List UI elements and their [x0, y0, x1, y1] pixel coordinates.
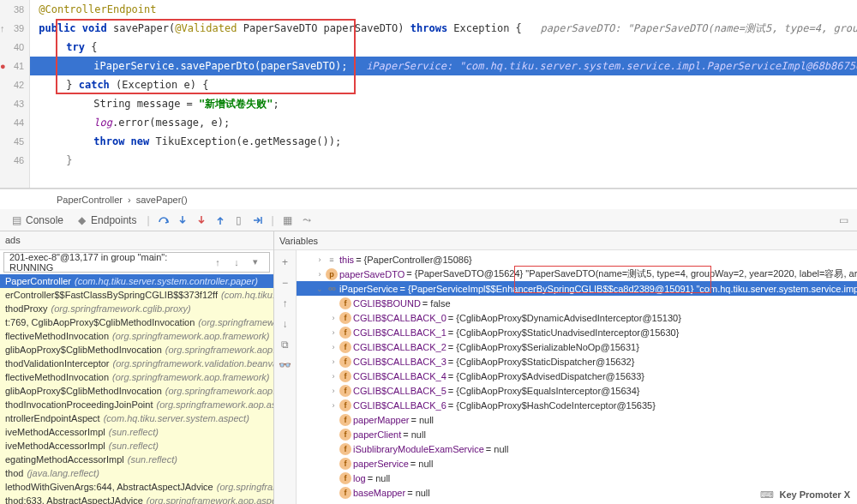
variables-tree[interactable]: ›≡ this = {PaperController@15086}›p pape… [297, 250, 857, 504]
breakpoint-icon[interactable]: ● [0, 61, 10, 71]
thread-selector[interactable]: 201-exec-8"@13,177 in group "main": RUNN… [3, 252, 270, 273]
stack-frame[interactable]: thod (java.lang.reflect) [0, 466, 273, 480]
trace-button[interactable]: ⤳ [298, 212, 315, 229]
down-button[interactable]: ↓ [277, 315, 294, 333]
override-icon: ↑ [0, 23, 10, 33]
code-text: @ControllerEndpoint [39, 3, 156, 15]
next-frame-button[interactable]: ↓ [228, 254, 245, 271]
vars-toolbar: + − ↑ ↓ ⧉ 👓 [274, 250, 297, 504]
line-number: 38 [14, 4, 24, 15]
stack-frame[interactable]: ntrollerEndpointAspect (com.hq.tiku.serv… [0, 411, 273, 425]
watches-icon[interactable]: 👓 [277, 357, 294, 374]
variable-row[interactable]: ›f CGLIB$CALLBACK_0 = {CglibAopProxy$Dyn… [297, 310, 857, 325]
console-icon: ▤ [10, 214, 22, 226]
prev-frame-button[interactable]: ↑ [209, 254, 226, 271]
line-number: 43 [14, 99, 24, 109]
stack-frame[interactable]: thodInvocationProceedingJoinPoint (org.s… [0, 398, 273, 411]
step-over-button[interactable] [155, 212, 172, 229]
filter-button[interactable]: ▾ [247, 254, 264, 271]
stack-frame[interactable]: iveMethodAccessorImpl (sun.reflect) [0, 425, 273, 439]
layout-button[interactable]: ▭ [835, 212, 852, 229]
line-number: 42 [14, 80, 24, 90]
variable-row[interactable]: f iSublibraryModuleExamService = null [297, 441, 857, 456]
line-number: 44 [14, 117, 24, 128]
endpoints-icon: ◆ [75, 214, 87, 226]
breadcrumb: PaperController › savePaper() [0, 189, 857, 209]
editor-gutter: 38 ↑39 40 ●41 42 43 44 45 46 [0, 0, 30, 188]
variable-row[interactable]: f paperService = null [297, 456, 857, 471]
variable-row[interactable]: ›f CGLIB$CALLBACK_6 = {CglibAopProxy$Has… [297, 398, 857, 412]
step-into-button[interactable] [174, 212, 191, 229]
chevron-right-icon: › [128, 195, 131, 205]
up-button[interactable]: ↑ [277, 295, 294, 312]
copy-button[interactable]: ⧉ [277, 336, 294, 353]
stack-frame[interactable]: PaperController (com.hq.tiku.server.syst… [0, 274, 273, 288]
add-watch-button[interactable]: + [277, 254, 294, 271]
key-promoter-icon: ⌨ [760, 489, 774, 501]
stack-frame[interactable]: flectiveMethodInvocation (org.springfram… [0, 329, 273, 343]
frames-header: ads [5, 235, 21, 245]
variable-row[interactable]: ›f CGLIB$CALLBACK_3 = {CglibAopProxy$Sta… [297, 354, 857, 369]
variable-row[interactable]: ›f CGLIB$CALLBACK_5 = {CglibAopProxy$Equ… [297, 383, 857, 398]
run-to-cursor-button[interactable] [249, 212, 267, 229]
line-number: 39 [14, 23, 24, 33]
stack-frame[interactable]: thodProxy (org.springframework.cglib.pro… [0, 302, 273, 315]
variable-row[interactable]: ›f CGLIB$CALLBACK_4 = {CglibAopProxy$Adv… [297, 369, 857, 383]
evaluate-button[interactable]: ▦ [279, 212, 297, 229]
variable-row[interactable]: ›f CGLIB$CALLBACK_1 = {CglibAopProxy$Sta… [297, 325, 857, 339]
step-out-button[interactable] [212, 212, 229, 229]
status-bar: ⌨ Key Promoter X [760, 485, 850, 504]
tab-console[interactable]: ▤Console [5, 213, 69, 228]
force-step-into-button[interactable] [193, 212, 210, 229]
variable-row[interactable]: ›≡ this = {PaperController@15086} [297, 252, 857, 267]
variable-row[interactable]: f CGLIB$BOUND = false [297, 296, 857, 310]
breadcrumb-item[interactable]: PaperController [57, 195, 123, 205]
variable-row[interactable]: f log = null [297, 471, 857, 485]
frame-list[interactable]: PaperController (com.hq.tiku.server.syst… [0, 274, 273, 504]
editor-pane: 38 ↑39 40 ●41 42 43 44 45 46 @Controller… [0, 0, 857, 189]
variable-row[interactable]: f paperClient = null [297, 427, 857, 441]
line-number: 45 [14, 136, 24, 147]
stack-frame[interactable]: thodValidationInterceptor (org.springfra… [0, 357, 273, 370]
variable-row[interactable]: ›f CGLIB$CALLBACK_2 = {CglibAopProxy$Ser… [297, 339, 857, 354]
variable-row[interactable]: ›p paperSaveDTO = {PaperSaveDTO@15624} "… [297, 267, 857, 281]
remove-watch-button[interactable]: − [277, 274, 294, 291]
variables-header: Variables [279, 236, 318, 246]
line-number: 40 [14, 42, 24, 52]
drop-frame-button[interactable]: ▯ [231, 212, 248, 229]
stack-frame[interactable]: glibAopProxy$CglibMethodInvocation (org.… [0, 343, 273, 357]
frames-pane: ads 201-exec-8"@13,177 in group "main": … [0, 231, 274, 504]
breadcrumb-item[interactable]: savePaper() [136, 195, 188, 205]
code-area[interactable]: @ControllerEndpoint public void savePape… [30, 0, 857, 188]
stack-frame[interactable]: lethodWithGivenArgs:644, AbstractAspectJ… [0, 480, 273, 494]
debugger-panes: ads 201-exec-8"@13,177 in group "main": … [0, 231, 857, 504]
tab-endpoints[interactable]: ◆Endpoints [70, 213, 141, 228]
variables-pane: Variables + − ↑ ↓ ⧉ 👓 ›≡ this = {PaperCo… [274, 231, 857, 504]
status-text: Key Promoter X [779, 489, 850, 500]
line-number: 41 [14, 61, 24, 71]
stack-frame[interactable]: iveMethodAccessorImpl (sun.reflect) [0, 439, 273, 453]
stack-frame[interactable]: egatingMethodAccessorImpl (sun.reflect) [0, 453, 273, 466]
variable-row[interactable]: ⌄oo iPaperService = {PaperServiceImpl$$E… [297, 281, 857, 296]
debug-tool-strip: ▤Console ◆Endpoints | ▯ | ▦ ⤳ ▭ [0, 209, 857, 231]
stack-frame[interactable]: t:769, CglibAopProxy$CglibMethodInvocati… [0, 315, 273, 329]
stack-frame[interactable]: flectiveMethodInvocation (org.springfram… [0, 370, 273, 384]
stack-frame[interactable]: glibAopProxy$CglibMethodInvocation (org.… [0, 384, 273, 398]
line-number: 46 [14, 155, 24, 165]
stack-frame[interactable]: thod:633, AbstractAspectJAdvice (org.spr… [0, 494, 273, 504]
variable-row[interactable]: f paperMapper = null [297, 412, 857, 427]
stack-frame[interactable]: erController$$FastClassBySpringCGLIB$$37… [0, 288, 273, 302]
